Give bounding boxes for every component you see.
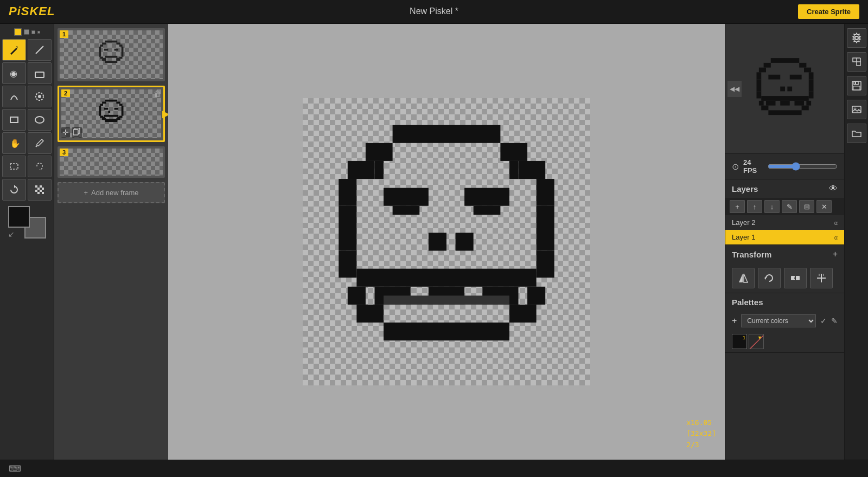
palettes-title: Palettes bbox=[732, 298, 763, 307]
eraser-tool[interactable] bbox=[28, 62, 52, 84]
rotate-ccw-button[interactable] bbox=[758, 268, 781, 288]
svg-rect-37 bbox=[105, 100, 118, 102]
gallery-button[interactable] bbox=[847, 100, 866, 119]
fill-bucket-tool[interactable]: ◉ bbox=[2, 62, 26, 84]
frame-duplicate-button-2[interactable] bbox=[72, 127, 82, 138]
svg-rect-124 bbox=[857, 62, 860, 66]
color-swatch-area: ↙ bbox=[8, 206, 46, 238]
svg-rect-52 bbox=[104, 115, 118, 117]
move-tool[interactable]: ✋ bbox=[2, 132, 26, 154]
layer-merge-button[interactable]: ⊟ bbox=[799, 200, 814, 213]
svg-rect-42 bbox=[99, 106, 101, 116]
palette-color-1[interactable]: 1 bbox=[732, 334, 747, 349]
frame-item-2[interactable]: 2 🗑 bbox=[58, 86, 165, 142]
layer-item-2[interactable]: Layer 2 α bbox=[725, 215, 844, 230]
rectangle-tool[interactable] bbox=[2, 109, 26, 131]
settings-button[interactable] bbox=[847, 28, 866, 48]
svg-rect-33 bbox=[114, 49, 119, 51]
frame-move-icon[interactable]: ✛ bbox=[61, 127, 70, 138]
create-sprite-button[interactable]: Create Sprite bbox=[798, 4, 859, 19]
svg-rect-123 bbox=[853, 58, 857, 62]
layer-item-1[interactable]: Layer 1 α bbox=[725, 230, 844, 244]
flip-horizontal-button[interactable] bbox=[732, 268, 755, 288]
app-logo: PiSKEL bbox=[9, 4, 55, 18]
svg-rect-55 bbox=[105, 119, 118, 121]
add-new-frame-button[interactable]: + Add new frame bbox=[58, 182, 165, 203]
frame-item-1[interactable]: 1 bbox=[58, 28, 165, 81]
pixel-art-face bbox=[303, 98, 590, 385]
open-folder-button[interactable] bbox=[847, 124, 866, 143]
palette-row: + Current colors ✓ ✎ bbox=[725, 311, 844, 331]
layer-up-button[interactable]: ↑ bbox=[747, 200, 762, 213]
brush-size-medium[interactable] bbox=[24, 29, 29, 35]
layers-eye-icon[interactable]: 👁 bbox=[829, 184, 838, 194]
collapse-preview-button[interactable]: ◀◀ bbox=[727, 81, 742, 97]
svg-rect-92 bbox=[804, 67, 811, 72]
center-button[interactable] bbox=[810, 268, 833, 288]
fps-value: 24 FPS bbox=[743, 158, 763, 175]
dither-tool[interactable] bbox=[28, 179, 52, 201]
frame-canvas-3 bbox=[60, 149, 163, 176]
frame-number-1: 1 bbox=[60, 30, 68, 38]
svg-rect-39 bbox=[116, 102, 120, 104]
right-icons-panel bbox=[844, 24, 868, 460]
layer-edit-button[interactable]: ✎ bbox=[782, 200, 797, 213]
frame-item-3[interactable]: 3 bbox=[58, 146, 165, 178]
svg-point-6 bbox=[35, 117, 44, 123]
palette-transparent-color[interactable]: ▼ bbox=[749, 334, 764, 349]
transform-add-icon[interactable]: + bbox=[833, 249, 838, 259]
foreground-color-swatch[interactable] bbox=[8, 206, 30, 228]
lasso-select-tool[interactable] bbox=[28, 156, 52, 177]
pen-tool[interactable] bbox=[2, 39, 26, 61]
swap-colors-icon[interactable]: ↙ bbox=[8, 230, 15, 238]
brush-size-small[interactable] bbox=[14, 28, 22, 36]
svg-rect-17 bbox=[37, 192, 40, 194]
eyedropper-tool[interactable] bbox=[28, 132, 52, 154]
fps-slider[interactable] bbox=[768, 162, 838, 171]
transparent-indicator: ▼ bbox=[757, 335, 762, 340]
svg-rect-58 bbox=[393, 125, 501, 143]
brush-size-xlarge[interactable] bbox=[37, 31, 40, 34]
svg-rect-83 bbox=[527, 287, 545, 305]
layer-2-name: Layer 2 bbox=[732, 218, 755, 227]
frames-panel: 1 bbox=[54, 24, 168, 460]
stroke-tool[interactable] bbox=[2, 86, 26, 107]
rect-select-tool[interactable] bbox=[2, 156, 26, 177]
palette-dropdown[interactable]: Current colors bbox=[741, 314, 816, 327]
svg-rect-104 bbox=[766, 100, 776, 105]
svg-rect-97 bbox=[756, 79, 761, 91]
line-tool[interactable] bbox=[28, 39, 52, 61]
svg-rect-70 bbox=[537, 206, 554, 251]
svg-rect-91 bbox=[758, 67, 765, 72]
add-layer-button[interactable]: + bbox=[730, 200, 745, 213]
svg-rect-102 bbox=[808, 91, 813, 98]
rotate-tool[interactable] bbox=[2, 179, 26, 201]
palette-edit-icon[interactable]: ✎ bbox=[831, 317, 838, 325]
lasso-fill-tool[interactable] bbox=[28, 86, 52, 107]
layer-delete-button[interactable]: ✕ bbox=[816, 200, 832, 213]
svg-rect-109 bbox=[761, 105, 768, 110]
svg-rect-11 bbox=[35, 185, 37, 188]
svg-rect-115 bbox=[791, 276, 795, 280]
tools-grid: ◉ ✋ bbox=[2, 39, 52, 201]
save-button[interactable] bbox=[847, 76, 866, 95]
right-panel: ◀◀ bbox=[725, 24, 844, 460]
frame-delete-button-2[interactable]: 🗑 bbox=[154, 89, 161, 98]
resize-button[interactable] bbox=[847, 52, 866, 72]
svg-rect-51 bbox=[108, 111, 110, 113]
layers-toolbar: + ↑ ↓ ✎ ⊟ ✕ bbox=[725, 198, 844, 215]
sprite-sheet-button[interactable] bbox=[784, 268, 807, 288]
svg-rect-32 bbox=[104, 49, 108, 51]
ellipse-tool[interactable] bbox=[28, 109, 52, 131]
pixel-canvas[interactable] bbox=[303, 98, 590, 385]
svg-rect-129 bbox=[853, 86, 860, 90]
palette-add-icon[interactable]: + bbox=[732, 316, 737, 326]
app-title: New Piskel * bbox=[410, 7, 458, 16]
brush-size-large[interactable] bbox=[31, 30, 35, 34]
palette-checkmark-icon[interactable]: ✓ bbox=[820, 317, 827, 325]
svg-rect-107 bbox=[758, 100, 763, 105]
svg-rect-60 bbox=[500, 143, 527, 161]
layer-down-button[interactable]: ↓ bbox=[764, 200, 780, 213]
preview-canvas bbox=[747, 51, 823, 127]
keyboard-shortcut-icon[interactable]: ⌨ bbox=[9, 463, 21, 474]
